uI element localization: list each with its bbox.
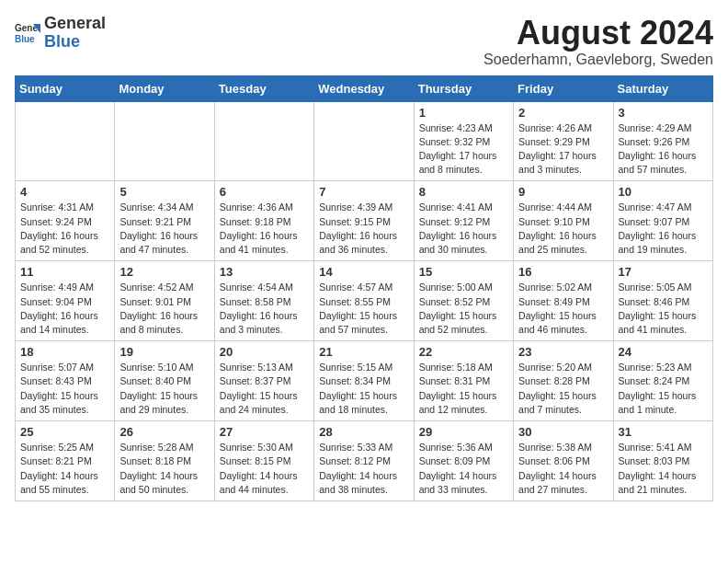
day-of-week-header: Sunday (16, 75, 115, 101)
calendar-cell: 28Sunrise: 5:33 AMSunset: 8:12 PMDayligh… (314, 421, 414, 501)
calendar-header-row: SundayMondayTuesdayWednesdayThursdayFrid… (16, 75, 713, 101)
day-number: 27 (220, 425, 309, 439)
day-info: Sunrise: 4:29 AMSunset: 9:26 PMDaylight:… (619, 121, 708, 178)
logo-general-text: General (44, 14, 106, 32)
calendar-cell: 19Sunrise: 5:10 AMSunset: 8:40 PMDayligh… (115, 341, 214, 421)
calendar-week-row: 4Sunrise: 4:31 AMSunset: 9:24 PMDaylight… (16, 181, 713, 261)
day-info: Sunrise: 4:57 AMSunset: 8:55 PMDaylight:… (319, 281, 408, 337)
day-number: 10 (619, 185, 708, 199)
calendar-cell: 22Sunrise: 5:18 AMSunset: 8:31 PMDayligh… (414, 341, 513, 421)
day-info: Sunrise: 4:36 AMSunset: 9:18 PMDaylight:… (220, 201, 309, 257)
calendar-cell (314, 101, 414, 181)
day-info: Sunrise: 5:10 AMSunset: 8:40 PMDaylight:… (119, 361, 209, 417)
day-info: Sunrise: 5:20 AMSunset: 8:28 PMDaylight:… (518, 361, 608, 417)
calendar-cell: 9Sunrise: 4:44 AMSunset: 9:10 PMDaylight… (514, 181, 613, 261)
calendar-cell: 6Sunrise: 4:36 AMSunset: 9:18 PMDaylight… (214, 181, 313, 261)
month-year-title: August 2024 (483, 15, 713, 52)
day-of-week-header: Wednesday (314, 75, 414, 101)
day-info: Sunrise: 5:30 AMSunset: 8:15 PMDaylight:… (220, 441, 309, 497)
day-info: Sunrise: 4:44 AMSunset: 9:10 PMDaylight:… (518, 201, 608, 257)
calendar-cell: 7Sunrise: 4:39 AMSunset: 9:15 PMDaylight… (314, 181, 414, 261)
day-info: Sunrise: 5:18 AMSunset: 8:31 PMDaylight:… (419, 361, 508, 417)
day-info: Sunrise: 4:39 AMSunset: 9:15 PMDaylight:… (319, 201, 408, 257)
calendar-cell: 5Sunrise: 4:34 AMSunset: 9:21 PMDaylight… (115, 181, 214, 261)
day-number: 2 (518, 106, 608, 120)
calendar-cell: 27Sunrise: 5:30 AMSunset: 8:15 PMDayligh… (214, 421, 313, 501)
calendar-cell: 31Sunrise: 5:41 AMSunset: 8:03 PMDayligh… (613, 421, 712, 501)
day-info: Sunrise: 5:33 AMSunset: 8:12 PMDaylight:… (319, 441, 408, 497)
day-number: 5 (119, 185, 209, 199)
day-info: Sunrise: 5:07 AMSunset: 8:43 PMDaylight:… (20, 361, 109, 417)
calendar-cell: 12Sunrise: 4:52 AMSunset: 9:01 PMDayligh… (115, 261, 214, 341)
day-info: Sunrise: 5:23 AMSunset: 8:24 PMDaylight:… (619, 361, 708, 417)
calendar-cell: 14Sunrise: 4:57 AMSunset: 8:55 PMDayligh… (314, 261, 414, 341)
day-info: Sunrise: 4:41 AMSunset: 9:12 PMDaylight:… (419, 201, 508, 257)
title-block: August 2024 Soederhamn, Gaevleborg, Swed… (483, 15, 713, 68)
day-number: 8 (419, 185, 508, 199)
day-number: 20 (220, 345, 309, 359)
page-header: General Blue General Blue August 2024 So… (15, 15, 713, 68)
day-of-week-header: Friday (514, 75, 613, 101)
calendar-cell: 13Sunrise: 4:54 AMSunset: 8:58 PMDayligh… (214, 261, 313, 341)
day-info: Sunrise: 5:00 AMSunset: 8:52 PMDaylight:… (419, 281, 508, 337)
day-info: Sunrise: 5:28 AMSunset: 8:18 PMDaylight:… (119, 441, 209, 497)
calendar-week-row: 1Sunrise: 4:23 AMSunset: 9:32 PMDaylight… (16, 101, 713, 181)
day-number: 22 (419, 345, 508, 359)
day-info: Sunrise: 5:36 AMSunset: 8:09 PMDaylight:… (419, 441, 508, 497)
day-number: 31 (619, 425, 708, 439)
day-number: 14 (319, 265, 408, 279)
day-info: Sunrise: 4:49 AMSunset: 9:04 PMDaylight:… (20, 281, 109, 337)
calendar-cell: 4Sunrise: 4:31 AMSunset: 9:24 PMDaylight… (16, 181, 115, 261)
calendar-cell: 26Sunrise: 5:28 AMSunset: 8:18 PMDayligh… (115, 421, 214, 501)
day-info: Sunrise: 5:13 AMSunset: 8:37 PMDaylight:… (220, 361, 309, 417)
calendar-cell: 2Sunrise: 4:26 AMSunset: 9:29 PMDaylight… (514, 101, 613, 181)
calendar-cell: 8Sunrise: 4:41 AMSunset: 9:12 PMDaylight… (414, 181, 513, 261)
day-number: 6 (220, 185, 309, 199)
calendar-table: SundayMondayTuesdayWednesdayThursdayFrid… (15, 75, 713, 501)
calendar-cell: 21Sunrise: 5:15 AMSunset: 8:34 PMDayligh… (314, 341, 414, 421)
location-subtitle: Soederhamn, Gaevleborg, Sweden (483, 52, 713, 68)
day-info: Sunrise: 5:25 AMSunset: 8:21 PMDaylight:… (20, 441, 109, 497)
calendar-cell: 20Sunrise: 5:13 AMSunset: 8:37 PMDayligh… (214, 341, 313, 421)
day-number: 12 (119, 265, 209, 279)
logo-icon: General Blue (15, 20, 40, 46)
day-info: Sunrise: 4:31 AMSunset: 9:24 PMDaylight:… (20, 201, 109, 257)
calendar-week-row: 11Sunrise: 4:49 AMSunset: 9:04 PMDayligh… (16, 261, 713, 341)
day-info: Sunrise: 4:23 AMSunset: 9:32 PMDaylight:… (419, 121, 508, 178)
logo: General Blue General Blue (15, 15, 106, 52)
day-info: Sunrise: 4:54 AMSunset: 8:58 PMDaylight:… (220, 281, 309, 337)
day-of-week-header: Monday (115, 75, 214, 101)
calendar-week-row: 25Sunrise: 5:25 AMSunset: 8:21 PMDayligh… (16, 421, 713, 501)
day-number: 4 (20, 185, 109, 199)
calendar-cell (214, 101, 313, 181)
day-number: 18 (20, 345, 109, 359)
calendar-cell: 18Sunrise: 5:07 AMSunset: 8:43 PMDayligh… (16, 341, 115, 421)
calendar-cell: 15Sunrise: 5:00 AMSunset: 8:52 PMDayligh… (414, 261, 513, 341)
calendar-cell (115, 101, 214, 181)
svg-text:Blue: Blue (15, 34, 35, 44)
day-number: 15 (419, 265, 508, 279)
day-info: Sunrise: 5:05 AMSunset: 8:46 PMDaylight:… (619, 281, 708, 337)
day-number: 17 (619, 265, 708, 279)
calendar-cell: 3Sunrise: 4:29 AMSunset: 9:26 PMDaylight… (613, 101, 712, 181)
day-number: 21 (319, 345, 408, 359)
day-number: 23 (518, 345, 608, 359)
day-info: Sunrise: 4:52 AMSunset: 9:01 PMDaylight:… (119, 281, 209, 337)
day-info: Sunrise: 4:26 AMSunset: 9:29 PMDaylight:… (518, 121, 608, 178)
day-number: 7 (319, 185, 408, 199)
logo-blue-text: Blue (44, 32, 80, 51)
calendar-week-row: 18Sunrise: 5:07 AMSunset: 8:43 PMDayligh… (16, 341, 713, 421)
calendar-cell: 16Sunrise: 5:02 AMSunset: 8:49 PMDayligh… (514, 261, 613, 341)
calendar-cell: 24Sunrise: 5:23 AMSunset: 8:24 PMDayligh… (613, 341, 712, 421)
day-of-week-header: Thursday (414, 75, 513, 101)
day-of-week-header: Tuesday (214, 75, 313, 101)
calendar-cell: 30Sunrise: 5:38 AMSunset: 8:06 PMDayligh… (514, 421, 613, 501)
day-number: 24 (619, 345, 708, 359)
day-number: 26 (119, 425, 209, 439)
day-info: Sunrise: 5:15 AMSunset: 8:34 PMDaylight:… (319, 361, 408, 417)
day-number: 29 (419, 425, 508, 439)
day-number: 3 (619, 106, 708, 120)
day-number: 13 (220, 265, 309, 279)
day-number: 1 (419, 106, 508, 120)
day-number: 19 (119, 345, 209, 359)
